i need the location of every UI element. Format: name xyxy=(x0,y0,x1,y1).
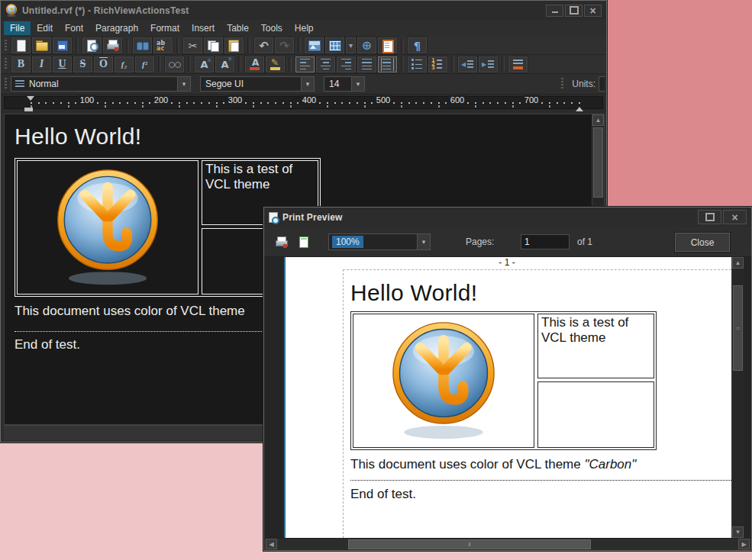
open-button[interactable] xyxy=(32,37,51,53)
preview-color-line: This document uses color of VCL theme "C… xyxy=(350,457,636,472)
superscript-button[interactable] xyxy=(135,56,154,72)
print-button[interactable] xyxy=(272,233,290,251)
undo-icon xyxy=(257,39,270,52)
preview-maximize-button[interactable] xyxy=(698,210,721,224)
numbering-button[interactable]: 123 xyxy=(428,56,447,72)
menu-format[interactable]: Format xyxy=(144,21,186,35)
editor-titlebar[interactable]: Untitled.rvf (*) - RichViewActionsTest xyxy=(1,1,606,20)
font-size-combo-arrow[interactable] xyxy=(351,77,364,91)
app-logo-icon xyxy=(5,4,18,17)
toolbar-grip[interactable] xyxy=(5,58,7,70)
doc-color-line: This document uses color of VCL theme xyxy=(15,304,245,319)
replace-button[interactable]: abac xyxy=(153,37,173,53)
table-dropdown-button[interactable] xyxy=(346,37,356,53)
shrink-font-button[interactable] xyxy=(215,56,234,72)
strikethrough-button[interactable] xyxy=(73,56,92,72)
close-preview-button[interactable]: Close xyxy=(675,233,730,252)
show-paragraph-marks-button[interactable] xyxy=(408,37,427,53)
toolbar-separator xyxy=(401,56,404,72)
underline-button[interactable] xyxy=(53,56,72,72)
menu-insert[interactable]: Insert xyxy=(186,21,221,35)
insert-textbox-button[interactable] xyxy=(378,37,397,53)
menu-help[interactable]: Help xyxy=(289,21,320,35)
preview-vertical-scrollbar[interactable]: ▲ = ▼ xyxy=(731,257,744,538)
paste-button[interactable] xyxy=(224,37,244,53)
special-symbols-button[interactable] xyxy=(165,56,184,72)
menu-file[interactable]: File xyxy=(4,21,31,35)
overline-button[interactable] xyxy=(94,56,113,72)
preview-titlebar[interactable]: Print Preview xyxy=(264,208,751,227)
zoom-combo-arrow[interactable] xyxy=(417,234,430,249)
save-button[interactable] xyxy=(53,37,72,53)
first-line-indent-marker[interactable] xyxy=(27,96,34,101)
align-right-button[interactable] xyxy=(337,56,356,72)
menu-font[interactable]: Font xyxy=(59,21,89,35)
ruler[interactable]: 100200300400500600700 xyxy=(1,95,606,113)
close-button[interactable] xyxy=(584,5,602,17)
new-button[interactable] xyxy=(11,37,31,53)
paragraph-color-button[interactable] xyxy=(508,56,528,72)
font-combo[interactable]: Segoe UI xyxy=(200,76,315,92)
justify-full-button[interactable] xyxy=(378,56,397,72)
maximize-button[interactable] xyxy=(565,5,583,17)
preview-close-button[interactable] xyxy=(723,210,747,224)
paragraph-color-icon xyxy=(512,58,524,71)
page-setup-button[interactable] xyxy=(295,233,313,251)
zoom-combo[interactable]: 100% xyxy=(328,233,431,250)
copy-button[interactable] xyxy=(204,37,223,53)
bold-icon xyxy=(15,58,27,71)
grow-font-button[interactable] xyxy=(195,56,214,72)
insert-table-button[interactable] xyxy=(325,37,344,53)
print-button[interactable] xyxy=(103,37,122,53)
paste-icon xyxy=(228,39,240,52)
align-justify-button[interactable] xyxy=(357,56,376,72)
font-color-button[interactable] xyxy=(245,56,264,72)
menu-table[interactable]: Table xyxy=(221,21,255,35)
toolbar-separator xyxy=(451,56,454,72)
left-indent-marker[interactable] xyxy=(24,108,33,111)
cut-button[interactable] xyxy=(183,37,202,53)
indent-button[interactable] xyxy=(479,56,498,72)
menu-paragraph[interactable]: Paragraph xyxy=(89,21,144,35)
toolbar-grip[interactable] xyxy=(561,78,563,90)
font-combo-arrow[interactable] xyxy=(301,77,314,91)
undo-button[interactable] xyxy=(254,37,273,53)
preview-horizontal-scrollbar[interactable]: ◀ ‖ ▶ xyxy=(264,538,751,550)
highlight-button[interactable] xyxy=(266,56,285,72)
insert-image-button[interactable] xyxy=(305,37,324,53)
insert-hyperlink-button[interactable] xyxy=(357,37,376,53)
ruler-number: 100 xyxy=(78,95,96,105)
style-combo-arrow[interactable] xyxy=(177,77,190,91)
minimize-button[interactable] xyxy=(546,5,563,17)
style-combo[interactable]: Normal xyxy=(11,76,191,92)
font-color-icon xyxy=(248,58,261,71)
zoom-combo-value: 100% xyxy=(332,236,363,248)
preview-table-cell-image xyxy=(353,314,534,448)
subscript-button[interactable] xyxy=(115,56,134,72)
print-preview-icon xyxy=(269,212,278,223)
preview-viewport[interactable]: - 1 - Hello World! This is a test of VCL… xyxy=(264,257,751,538)
preview-button[interactable] xyxy=(82,37,102,53)
bullets-button[interactable] xyxy=(408,56,427,72)
redo-button[interactable] xyxy=(275,37,294,53)
align-left-button[interactable] xyxy=(295,56,315,72)
new-icon xyxy=(15,39,27,52)
toolbar-grip[interactable] xyxy=(5,40,7,52)
bold-button[interactable] xyxy=(11,56,31,72)
align-center-button[interactable] xyxy=(316,56,335,72)
toolbar-separator xyxy=(188,56,191,72)
toolbar-grip[interactable] xyxy=(5,78,7,90)
right-indent-marker[interactable] xyxy=(576,107,583,111)
menu-edit[interactable]: Edit xyxy=(31,21,59,35)
font-size-combo[interactable]: 14 xyxy=(324,76,365,92)
find-button[interactable] xyxy=(133,37,152,53)
units-combo[interactable] xyxy=(599,76,605,92)
menu-tools[interactable]: Tools xyxy=(255,21,289,35)
italic-button[interactable] xyxy=(32,56,51,72)
preview-page-break xyxy=(350,480,731,481)
page-number-input[interactable] xyxy=(521,234,570,249)
outdent-button[interactable] xyxy=(458,56,477,72)
toolbar-formatting: 123 xyxy=(1,55,606,74)
numbering-icon: 123 xyxy=(431,58,444,71)
overline-icon xyxy=(97,58,110,71)
